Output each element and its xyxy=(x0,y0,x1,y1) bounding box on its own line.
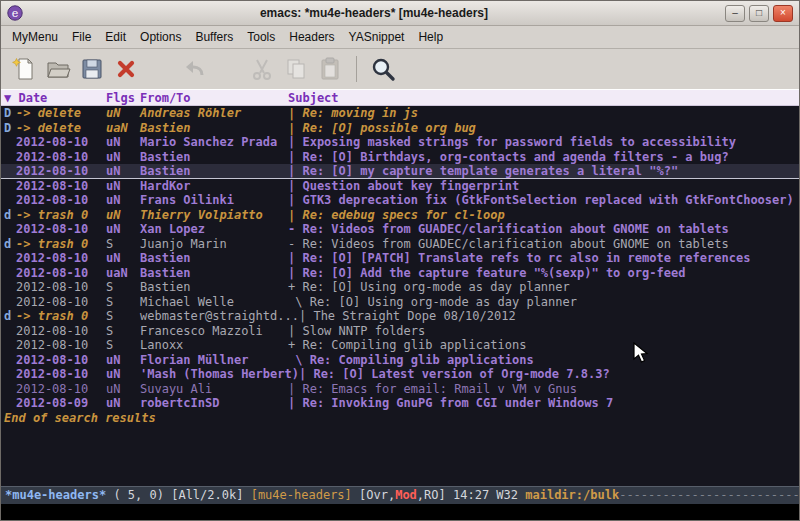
emacs-window: e emacs: *mu4e-headers* [mu4e-headers] –… xyxy=(0,0,800,521)
maximize-button[interactable]: □ xyxy=(749,5,769,22)
from-cell: Suvayu Ali xyxy=(140,382,288,397)
message-row[interactable]: d-> trash 0SJuanjo Marin- Re: Videos fro… xyxy=(1,237,799,252)
copy-button[interactable] xyxy=(279,53,313,85)
message-row[interactable]: 2012-08-10SBastien+ Re: [O] Using org-mo… xyxy=(1,280,799,295)
menu-item-yasnippet[interactable]: YASnippet xyxy=(342,28,412,46)
date-cell: -> trash 0 xyxy=(16,208,106,223)
menu-item-buffers[interactable]: Buffers xyxy=(188,28,240,46)
from-cell: robertcInSD xyxy=(140,396,288,411)
message-row[interactable]: 2012-08-10uaNBastien| Re: [O] Add the ca… xyxy=(1,266,799,281)
flags-cell: uN xyxy=(106,164,140,178)
mode-line-segment: [Ovr, xyxy=(352,488,395,502)
menu-item-options[interactable]: Options xyxy=(133,28,188,46)
date-cell: 2012-08-10 xyxy=(16,324,106,339)
from-cell: Frans Oilinki xyxy=(140,193,288,208)
date-cell: 2012-08-10 xyxy=(16,150,106,165)
from-cell: HardKor xyxy=(140,179,288,194)
mark-cell xyxy=(4,353,16,368)
menu-bar: MyMenuFileEditOptionsBuffersToolsHeaders… xyxy=(1,26,799,49)
mark-cell xyxy=(4,338,16,353)
flags-cell: uN xyxy=(106,135,140,150)
from-cell: 'Mash (Thomas Herbert) xyxy=(140,367,299,382)
subject-cell: | Question about key fingerprint xyxy=(288,179,519,194)
menu-item-edit[interactable]: Edit xyxy=(98,28,133,46)
close-button[interactable]: × xyxy=(773,5,793,22)
mode-line-segment: ,RO] xyxy=(417,488,453,502)
menu-item-file[interactable]: File xyxy=(65,28,98,46)
message-row[interactable]: 2012-08-10uNXan Lopez- Re: Videos from G… xyxy=(1,222,799,237)
message-row[interactable]: 2012-08-10SMichael Welle \ Re: [O] Using… xyxy=(1,295,799,310)
new-file-icon xyxy=(11,56,37,82)
from-cell: Florian Müllner xyxy=(140,353,288,368)
toolbar-separator xyxy=(356,56,357,82)
paste-icon xyxy=(317,56,343,82)
message-row[interactable]: 2012-08-10SFrancesco Mazzoli| Slow NNTP … xyxy=(1,324,799,339)
mark-cell: d xyxy=(4,208,16,223)
flags-cell: uN xyxy=(106,382,140,397)
message-row[interactable]: 2012-08-10SLanoxx+ Re: Compiling glib ap… xyxy=(1,338,799,353)
flags-cell: uN xyxy=(106,208,140,223)
date-cell: -> delete xyxy=(16,106,106,121)
window-title: emacs: *mu4e-headers* [mu4e-headers] xyxy=(27,6,721,20)
subject-cell: | Re: Emacs for email: Rmail v VM v Gnus xyxy=(288,382,577,397)
column-flags[interactable]: Flgs xyxy=(106,91,140,105)
from-cell: Xan Lopez xyxy=(140,222,288,237)
message-row-current[interactable]: 2012-08-10uNBastien| Re: [O] my capture … xyxy=(1,164,799,179)
open-folder-button[interactable] xyxy=(41,53,75,85)
message-row[interactable]: 2012-08-10uNSuvayu Ali| Re: Emacs for em… xyxy=(1,382,799,397)
message-row[interactable]: 2012-08-10uNFrans Oilinki| GTK3 deprecat… xyxy=(1,193,799,208)
menu-item-tools[interactable]: Tools xyxy=(240,28,282,46)
mode-line-segment: 14:27 W32 xyxy=(453,488,525,502)
undo-icon xyxy=(181,56,207,82)
message-row[interactable]: D-> deleteuaNBastien| Re: [O] possible o… xyxy=(1,121,799,136)
subject-cell: | Re: [O] Birthdays, org-contacts and ag… xyxy=(288,150,729,165)
message-row[interactable]: 2012-08-10uNMario Sanchez Prada| Exposin… xyxy=(1,135,799,150)
menu-item-mymenu[interactable]: MyMenu xyxy=(5,28,65,46)
mode-line-segment: *mu4e-headers* xyxy=(5,488,106,502)
message-row[interactable]: 2012-08-10uNHardKor| Question about key … xyxy=(1,179,799,194)
message-row[interactable]: d-> trash 0Swebmaster@straightd...| The … xyxy=(1,309,799,324)
date-cell: 2012-08-09 xyxy=(16,396,106,411)
subject-cell: | Exposing masked strings for password f… xyxy=(288,135,736,150)
message-row[interactable]: 2012-08-09uNrobertcInSD| Re: Invoking Gn… xyxy=(1,396,799,411)
message-row[interactable]: 2012-08-10uN'Mash (Thomas Herbert)| Re: … xyxy=(1,367,799,382)
header-line[interactable]: ▼ Date Flgs From/To Subject xyxy=(1,89,799,106)
flags-cell: S xyxy=(106,280,140,295)
search-icon xyxy=(370,56,396,82)
title-bar[interactable]: e emacs: *mu4e-headers* [mu4e-headers] –… xyxy=(1,1,799,26)
flags-cell: S xyxy=(106,295,140,310)
cut-button[interactable] xyxy=(245,53,279,85)
flags-cell: uN xyxy=(106,222,140,237)
svg-text:e: e xyxy=(12,7,19,20)
menu-item-headers[interactable]: Headers xyxy=(282,28,341,46)
close-buffer-button[interactable] xyxy=(109,53,143,85)
emacs-icon: e xyxy=(7,5,23,21)
message-row[interactable]: 2012-08-10uNBastien| Re: [O] Birthdays, … xyxy=(1,150,799,165)
paste-button[interactable] xyxy=(313,53,347,85)
from-cell: Bastien xyxy=(140,164,288,178)
message-row[interactable]: d-> trash 0uNThierry Volpiatto| Re: edeb… xyxy=(1,208,799,223)
subject-cell: | Re: [O] Add the capture feature "%(sex… xyxy=(288,266,685,281)
search-button[interactable] xyxy=(366,53,400,85)
column-subject[interactable]: Subject xyxy=(288,91,799,105)
sort-column-date[interactable]: ▼ Date xyxy=(4,91,106,105)
mode-line-segment: ----------------------------------------… xyxy=(619,488,799,502)
message-row[interactable]: D-> deleteuNAndreas Röhler| Re: moving i… xyxy=(1,106,799,121)
message-row[interactable]: 2012-08-10uNBastien| Re: [O] [PATCH] Tra… xyxy=(1,251,799,266)
echo-area[interactable] xyxy=(1,504,799,520)
message-row[interactable]: 2012-08-10uNFlorian Müllner \ Re: Compil… xyxy=(1,353,799,368)
from-cell: Andreas Röhler xyxy=(140,106,288,121)
menu-item-help[interactable]: Help xyxy=(411,28,450,46)
column-from[interactable]: From/To xyxy=(140,91,288,105)
undo-button[interactable] xyxy=(177,53,211,85)
save-button[interactable] xyxy=(75,53,109,85)
mark-cell xyxy=(4,164,16,178)
minimize-button[interactable]: – xyxy=(725,5,745,22)
date-cell: 2012-08-10 xyxy=(16,222,106,237)
date-cell: -> delete xyxy=(16,121,106,136)
new-file-button[interactable] xyxy=(7,53,41,85)
date-cell: 2012-08-10 xyxy=(16,382,106,397)
subject-cell: | Slow NNTP folders xyxy=(288,324,425,339)
close-buffer-icon xyxy=(113,56,139,82)
from-cell: webmaster@straightd... xyxy=(140,309,299,324)
